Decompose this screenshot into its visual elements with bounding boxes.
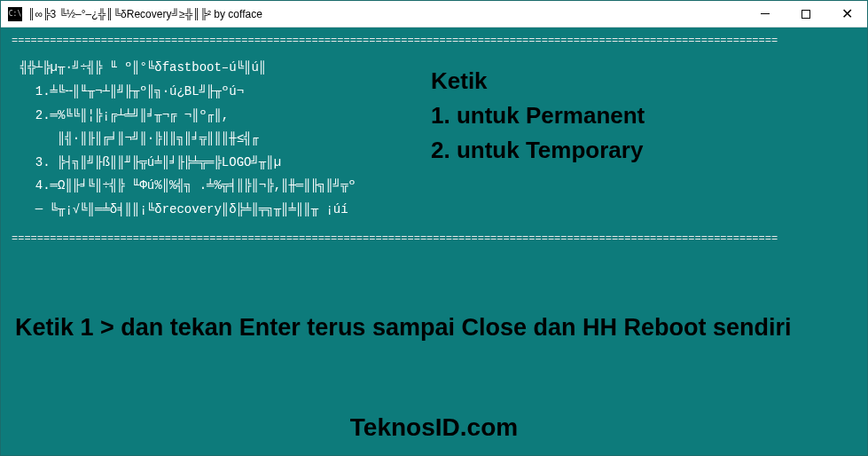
overlay-heading: Ketik [431, 67, 645, 95]
overlay-option-1: 1. untuk Permanent [431, 98, 645, 133]
close-icon: ✕ [841, 5, 853, 22]
window-title: ║∞╠3 ╚½–°–¿╬║╚δRecovery╝≥╬║╠² by cofface [27, 8, 745, 20]
console-area[interactable]: ========================================… [1, 28, 867, 455]
overlay-brand: TeknosID.com [1, 413, 867, 442]
maximize-icon [802, 10, 810, 19]
command-prompt-window: C:\ ║∞╠3 ╚½–°–¿╬║╚δRecovery╝≥╬║╠² by cof… [0, 0, 868, 456]
console-line: ─ ╚╥¡√╚║═╧δ╡║║¡╚δrecovery║δ╠╧║╤╗╥║╧║║╥ ¡… [20, 198, 856, 222]
overlay-main-instruction: Ketik 1 > dan tekan Enter terus sampai C… [15, 311, 853, 345]
divider-top: ========================================… [12, 35, 856, 47]
overlay-option-2: 2. untuk Temporary [431, 133, 645, 168]
console-line: 4.═Ω║╟╛╚║÷╣╠ ╙Φú%║%╣╗ .╧%╦╡║╠║¬╠,║╫═║╟╗║… [20, 174, 856, 198]
divider-bottom: ========================================… [12, 232, 856, 245]
maximize-button[interactable] [786, 1, 826, 27]
minimize-icon [761, 13, 770, 14]
overlay-instructions: Ketik 1. untuk Permanent 2. untuk Tempor… [431, 67, 645, 168]
window-controls: ✕ [745, 1, 867, 27]
cmd-icon: C:\ [8, 7, 22, 21]
minimize-button[interactable] [745, 1, 786, 27]
titlebar: C:\ ║∞╠3 ╚½–°–¿╬║╚δRecovery╝≥╬║╠² by cof… [1, 1, 867, 28]
close-button[interactable]: ✕ [826, 1, 867, 27]
